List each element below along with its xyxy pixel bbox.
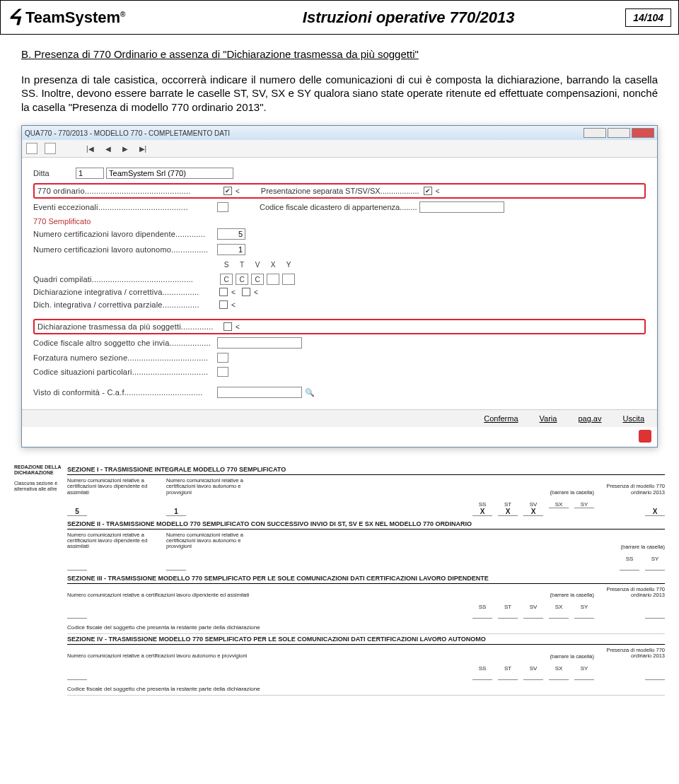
toolbar-icon[interactable] xyxy=(45,143,56,154)
sec1-sy xyxy=(574,508,594,508)
dich-integrativa-label: Dichiarazione integrativa / correttiva..… xyxy=(33,288,217,296)
pagav-button[interactable]: pag.av xyxy=(578,414,601,423)
barrare-label: (barrare la casella) xyxy=(495,489,594,496)
col-header: S xyxy=(220,259,233,271)
col-header: T xyxy=(236,259,248,271)
maximize-button[interactable] xyxy=(608,128,630,138)
semplificato-heading: 770 Semplificato xyxy=(33,217,646,226)
trasmessa-label: Dichiarazione trasmessa da più soggetti.… xyxy=(37,322,221,331)
close-button[interactable] xyxy=(632,128,654,138)
page-number: 14/104 xyxy=(625,8,671,27)
sec4-value xyxy=(67,672,87,680)
eventi-input[interactable] xyxy=(217,202,228,212)
logo-glyph: ᔦ xyxy=(8,5,21,30)
codsit-input[interactable] xyxy=(217,367,228,377)
codsit-label: Codice situazioni particolari...........… xyxy=(33,368,217,376)
instruction-paragraph: In presenza di tale casistica, occorrerà… xyxy=(21,73,658,115)
num-com-aut-label: Numero comunicazioni relative a certific… xyxy=(166,478,258,496)
sec3-presenza xyxy=(645,610,665,619)
forzatura-label: Forzatura numero sezione................… xyxy=(33,353,217,362)
window-title: QUA770 - 770/2013 - MODELLO 770 - COMPLE… xyxy=(25,129,230,137)
presentazione-separata-checkbox[interactable] xyxy=(424,187,432,195)
brand-logo: ᔦ TeamSystem® xyxy=(8,5,192,30)
quadro-cell[interactable] xyxy=(282,274,295,285)
dich-integ-parz-label: Dich. integrativa / correttiva parziale.… xyxy=(33,300,217,309)
sec2-dip-value xyxy=(67,562,87,571)
sec3-value xyxy=(67,610,87,619)
visto-label: Visto di conformità - C.a.f.............… xyxy=(33,388,217,397)
ordinario-label: 770 ordinario...........................… xyxy=(37,187,221,195)
clause-cf-1: Codice fiscale del soggetto che presenta… xyxy=(67,621,665,634)
brand-name: TeamSystem® xyxy=(25,8,125,27)
sec1-sx xyxy=(549,508,569,508)
document-title: Istruzioni operative 770/2013 xyxy=(192,8,625,27)
official-form: REDAZIONE DELLA DICHIARAZIONE Ciascuna s… xyxy=(14,464,665,696)
col-header: Y xyxy=(282,259,295,271)
sec4-line: Numero comunicazioni relative a certific… xyxy=(67,653,258,659)
ditta-code-input[interactable] xyxy=(76,168,104,179)
search-icon[interactable]: 🔍 xyxy=(305,388,315,397)
nav-prev-icon[interactable]: ◀ xyxy=(103,145,113,153)
quadri-label: Quadri compilati........................… xyxy=(33,275,217,283)
codfis-dicastero-label: Codice fiscale dicastero di appartenenza… xyxy=(260,203,417,211)
dich-integ-parz-checkbox[interactable] xyxy=(219,300,228,309)
nav-first-icon[interactable]: |◀ xyxy=(84,145,96,153)
sec1-dip-value: 5 xyxy=(67,508,87,516)
sec3-line: Numero comunicazioni relative a certific… xyxy=(67,592,258,598)
codfis-altro-input[interactable] xyxy=(217,337,302,349)
highlight-ordinario-row: 770 ordinario...........................… xyxy=(33,183,646,199)
app-toolbar: |◀ ◀ ▶ ▶| xyxy=(22,140,657,158)
sec2-ss xyxy=(620,562,639,571)
dich-integrativa-checkbox[interactable] xyxy=(219,288,228,296)
sezione-1-title: SEZIONE I - TRASMISSIONE INTEGRALE MODEL… xyxy=(67,464,665,475)
col-header: V xyxy=(251,259,264,271)
sec1-sv: X xyxy=(523,508,543,516)
num-com-dip-label: Numero comunicazioni relative a certific… xyxy=(67,478,159,496)
sec2-sy xyxy=(645,562,665,571)
quadro-cell[interactable] xyxy=(267,274,279,285)
section-heading: B. Presenza di 770 Ordinario e assenza d… xyxy=(21,47,658,62)
quadro-cell[interactable]: C xyxy=(220,274,233,285)
nav-next-icon[interactable]: ▶ xyxy=(120,145,130,153)
quadro-cell[interactable]: C xyxy=(251,274,264,285)
presentazione-separata-label: Presentazione separata ST/SV/SX.........… xyxy=(261,187,419,195)
codfis-dicastero-input[interactable] xyxy=(419,201,504,213)
presenza-modello-label: Presenza di modello 770 ordinario 2013 xyxy=(601,484,665,496)
num-cert-dip-label: Numero certificazioni lavoro dipendente.… xyxy=(33,230,217,238)
page-header: ᔦ TeamSystem® Istruzioni operative 770/2… xyxy=(0,0,679,35)
eventi-label: Eventi eccezionali......................… xyxy=(33,203,217,211)
conferma-button[interactable]: Conferma xyxy=(484,414,518,423)
ordinario-checkbox[interactable] xyxy=(224,187,232,195)
num-cert-dip-input[interactable] xyxy=(217,228,245,240)
window-titlebar: QUA770 - 770/2013 - MODELLO 770 - COMPLE… xyxy=(22,126,657,140)
sec1-presenza: X xyxy=(645,508,665,516)
nav-last-icon[interactable]: ▶| xyxy=(137,145,149,153)
sec4-presenza xyxy=(645,672,665,680)
toolbar-icon[interactable] xyxy=(26,143,37,154)
sec1-aut-value: 1 xyxy=(166,508,186,516)
app-window: QUA770 - 770/2013 - MODELLO 770 - COMPLE… xyxy=(21,125,658,447)
clause-cf-2: Codice fiscale del soggetto che presenta… xyxy=(67,683,665,696)
action-bar: Conferma Varia pag.av Uscita xyxy=(22,409,657,427)
form-panel: Ditta 770 ordinario.....................… xyxy=(22,158,657,409)
sezione-2-title: SEZIONE II - TRASMISSIONE MODELLO 770 SE… xyxy=(67,519,665,530)
ditta-name-input[interactable] xyxy=(106,168,233,179)
minimize-button[interactable] xyxy=(584,128,606,138)
codfis-altro-label: Codice fiscale altro soggetto che invia.… xyxy=(33,339,217,347)
sec1-ss: X xyxy=(472,508,492,516)
varia-button[interactable]: Varia xyxy=(540,414,557,423)
trasmessa-checkbox[interactable] xyxy=(224,322,232,331)
dich-integrativa-checkbox-2[interactable] xyxy=(242,288,250,296)
sezione-3-title: SEZIONE III - TRASMISSIONE MODELLO 770 S… xyxy=(67,573,665,584)
ditta-label: Ditta xyxy=(33,169,76,177)
num-cert-aut-input[interactable] xyxy=(217,244,245,255)
exit-icon[interactable] xyxy=(639,430,651,443)
quadro-cell[interactable]: C xyxy=(236,274,248,285)
sec1-st: X xyxy=(498,508,518,516)
forzatura-input[interactable] xyxy=(217,353,228,363)
highlight-trasmessa-row: Dichiarazione trasmessa da più soggetti.… xyxy=(33,319,646,334)
uscita-button[interactable]: Uscita xyxy=(622,414,644,423)
visto-input[interactable] xyxy=(217,387,302,398)
redazione-side-label: REDAZIONE DELLA DICHIARAZIONE Ciascuna s… xyxy=(14,464,64,491)
sezione-4-title: SEZIONE IV - TRASMISSIONE MODELLO 770 SE… xyxy=(67,634,665,645)
